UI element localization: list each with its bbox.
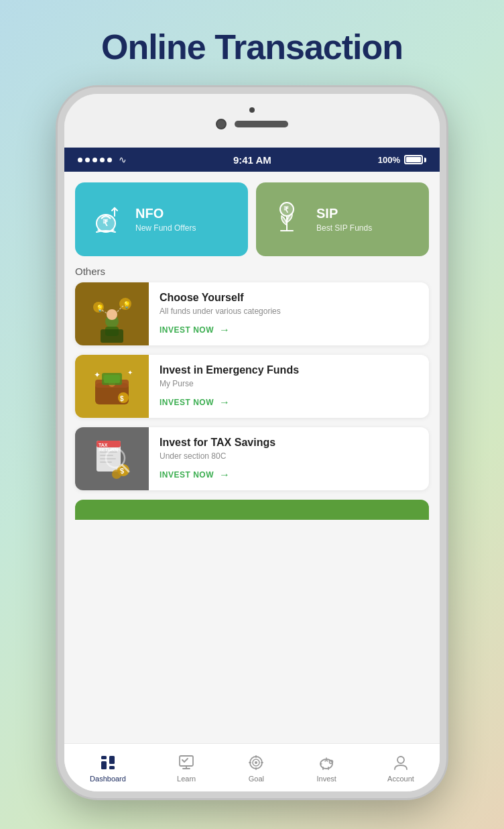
invest-icon xyxy=(317,753,336,772)
emergency-content: Invest in Emergency Funds My Purse INVES… xyxy=(149,355,429,418)
speaker xyxy=(235,121,288,127)
emergency-image: $ ✦ ✦ xyxy=(75,355,149,418)
signal-dot-2 xyxy=(85,158,90,162)
sip-card[interactable]: ₹ SIP Best SIP Funds xyxy=(256,182,429,256)
svg-rect-6 xyxy=(101,329,123,343)
goal-icon xyxy=(247,753,265,772)
phone-top xyxy=(64,94,440,148)
status-time: 9:41 AM xyxy=(233,154,271,166)
top-cards: ₹ NFO New Fund Offers xyxy=(75,182,429,256)
svg-rect-16 xyxy=(104,375,120,383)
nfo-icon: ₹ xyxy=(86,199,126,239)
signal-dot-4 xyxy=(100,158,105,162)
bottom-nav: Dashboard Learn xyxy=(64,743,440,791)
svg-text:✦: ✦ xyxy=(127,369,133,376)
svg-text:✦: ✦ xyxy=(94,370,101,380)
svg-point-40 xyxy=(255,761,257,764)
tax-arrow-icon: → xyxy=(219,469,231,481)
nav-invest[interactable]: Invest xyxy=(317,753,336,783)
camera-area xyxy=(216,119,288,129)
page-title: Online Transaction xyxy=(101,27,403,67)
signal-dots: ∿ xyxy=(78,154,127,165)
choose-title: Choose Yourself xyxy=(160,292,418,304)
sip-title: SIP xyxy=(316,206,372,221)
list-item-choose[interactable]: 💡 💡 Choose Yourself All funds under vari… xyxy=(75,282,429,345)
battery-body xyxy=(404,155,423,164)
svg-rect-36 xyxy=(109,766,115,769)
choose-arrow-icon: → xyxy=(219,324,231,336)
battery-tip xyxy=(424,158,426,162)
tax-title: Invest for TAX Savings xyxy=(160,437,418,449)
choose-content: Choose Yourself All funds under various … xyxy=(149,282,429,345)
choose-subtitle: All funds under various categories xyxy=(160,307,418,316)
signal-dot-5 xyxy=(107,158,112,162)
svg-point-44 xyxy=(397,757,404,763)
others-label: Others xyxy=(75,266,429,277)
sip-icon: ₹ xyxy=(267,199,307,239)
sip-subtitle: Best SIP Funds xyxy=(316,223,372,233)
battery-percent: 100% xyxy=(378,155,400,165)
status-bar: ∿ 9:41 AM 100% xyxy=(64,148,440,172)
signal-dot-3 xyxy=(92,158,97,162)
emergency-invest-label: INVEST NOW xyxy=(160,398,214,407)
svg-point-7 xyxy=(107,309,117,320)
svg-text:₹: ₹ xyxy=(103,218,109,228)
learn-icon xyxy=(177,753,196,772)
tax-invest-button[interactable]: INVEST NOW → xyxy=(160,469,418,481)
learn-label: Learn xyxy=(177,775,196,783)
phone-frame: ∿ 9:41 AM 100% xyxy=(58,87,446,798)
svg-rect-37 xyxy=(180,756,193,766)
svg-text:₹: ₹ xyxy=(284,205,289,215)
screen-content: ₹ NFO New Fund Offers xyxy=(64,172,440,743)
svg-text:💡: 💡 xyxy=(123,300,131,309)
signal-dot-1 xyxy=(78,158,82,162)
nfo-title: NFO xyxy=(135,206,196,221)
tax-content: Invest for TAX Savings Under section 80C… xyxy=(149,427,429,490)
account-icon xyxy=(391,753,410,772)
nav-dashboard[interactable]: Dashboard xyxy=(90,753,126,783)
svg-rect-27 xyxy=(100,458,116,459)
front-camera-icon xyxy=(216,119,227,129)
nav-goal[interactable]: Goal xyxy=(247,753,265,783)
nfo-subtitle: New Fund Offers xyxy=(135,223,196,233)
choose-invest-button[interactable]: INVEST NOW → xyxy=(160,324,418,336)
emergency-title: Invest in Emergency Funds xyxy=(160,364,418,376)
svg-point-31 xyxy=(112,469,121,479)
tax-image: TAX RETURN $ xyxy=(75,427,149,490)
phone-screen: ∿ 9:41 AM 100% xyxy=(64,148,440,791)
list-item-emergency[interactable]: $ ✦ ✦ Invest in Emergency Funds My Purse… xyxy=(75,355,429,418)
nfo-card-text: NFO New Fund Offers xyxy=(135,206,196,233)
svg-rect-34 xyxy=(101,761,107,769)
status-right: 100% xyxy=(378,155,426,165)
tax-subtitle: Under section 80C xyxy=(160,451,418,461)
tax-invest-label: INVEST NOW xyxy=(160,470,214,480)
nfo-card[interactable]: ₹ NFO New Fund Offers xyxy=(75,182,248,256)
wifi-icon: ∿ xyxy=(119,154,127,165)
emergency-invest-button[interactable]: INVEST NOW → xyxy=(160,396,418,408)
top-dot xyxy=(249,107,255,113)
svg-rect-33 xyxy=(101,756,107,759)
goal-label: Goal xyxy=(249,775,264,783)
list-item-tax[interactable]: TAX RETURN $ xyxy=(75,427,429,490)
battery-fill xyxy=(406,157,421,162)
choose-image: 💡 💡 xyxy=(75,282,149,345)
sip-card-text: SIP Best SIP Funds xyxy=(316,206,372,233)
choose-invest-label: INVEST NOW xyxy=(160,325,214,335)
svg-point-42 xyxy=(330,760,333,763)
svg-rect-35 xyxy=(109,756,115,764)
dashboard-icon xyxy=(99,753,117,772)
battery-icon xyxy=(404,155,426,164)
nav-account[interactable]: Account xyxy=(387,753,414,783)
account-label: Account xyxy=(387,775,414,783)
emergency-subtitle: My Purse xyxy=(160,379,418,388)
svg-text:$: $ xyxy=(120,395,124,402)
nav-learn[interactable]: Learn xyxy=(177,753,196,783)
partial-card xyxy=(75,500,429,520)
emergency-arrow-icon: → xyxy=(219,396,231,408)
invest-label: Invest xyxy=(317,775,336,783)
dashboard-label: Dashboard xyxy=(90,775,126,783)
